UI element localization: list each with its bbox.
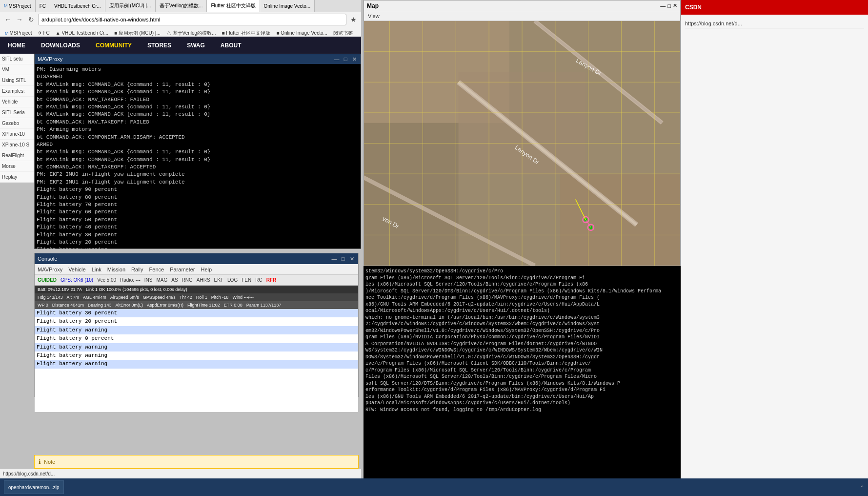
mavproxy-maximize[interactable]: □ [342,56,349,62]
tab-verilog[interactable]: 基于Verilog的模数... [156,0,207,12]
svg-rect-3 [364,123,459,266]
mavproxy-close[interactable]: ✕ [351,56,358,62]
sidebar-item-replay[interactable]: Replay [0,172,34,183]
sidebar-item-vehicle[interactable]: Vehicle [0,97,34,107]
browser-tabs: MMSProject FC VHDL Testbench Cr... 应用示例 … [0,0,361,12]
hud-roll: Roll 1 [196,295,207,300]
taskbar: openhardwaremon...zip ⌃ [0,478,868,496]
hud-flighttime: FlightTime 11:02 [187,303,220,308]
console-hud-row1: Batt: 0%/12.19V 21.7A Link 1 OK 100.0% (… [35,286,358,293]
map-close[interactable]: ✕ [673,2,677,9]
right-panel: CSDN https://blog.csdn.net/d... [681,0,868,496]
console-ekf: EKF [214,277,223,283]
console-minimize[interactable]: — [331,255,338,262]
right-terminal[interactable]: stem32/Windows/system32/OpenSSH:/cygdriv… [363,266,681,496]
tab-mcu[interactable]: 应用示例 (MCU) |... [105,0,156,12]
map-maximize[interactable]: □ [667,2,671,9]
tab-flutter[interactable]: Flutter 社区中文译版 [207,0,260,12]
console-log[interactable]: Flight battery 30 percentFlight battery … [35,309,358,412]
hud-bearing: Bearing 143 [88,303,112,308]
sidebar-item-vm[interactable]: VM [0,64,34,75]
sidebar-item-using-sitl[interactable]: Using SITL [0,75,34,86]
nav-downloads[interactable]: DOWNLOADS [38,40,83,51]
sidebar-item-sitl-setup[interactable]: SITL setu [0,54,34,64]
console-menu-help[interactable]: Help [201,267,212,272]
console-radio: Radio: --- [120,277,141,283]
console-maximize[interactable]: □ [340,255,346,262]
nav-swag[interactable]: SWAG [184,40,208,51]
url-bar[interactable] [38,14,346,25]
tab-fc[interactable]: FC [36,0,50,12]
tab-image[interactable]: Online Image Vecto... [260,0,315,12]
sidebar-item-xplane10s[interactable]: XPlane-10 S [0,140,34,150]
map-win-controls: — □ ✕ [660,2,677,9]
browser-toolbar: ← → ↻ ★ [0,12,361,27]
tab-vhdl[interactable]: VHDL Testbench Cr... [50,0,105,12]
sidebar-item-xplane10[interactable]: XPlane-10 [0,129,34,140]
hud-alt: Alt 7m [67,295,80,300]
hud-etr: ETR 0:00 [224,303,242,308]
forward-button[interactable]: → [15,15,24,24]
bottom-status-text: https://blog.csdn.net/d... [3,471,55,476]
bookmark-star[interactable]: ★ [348,15,358,24]
bookmark-verilog[interactable]: △ 基于Verilog的模数... [164,29,218,37]
console-menu-link[interactable]: Link [92,267,101,272]
csdn-content: https://blog.csdn.net/d... [681,15,868,33]
csdn-logo: CSDN [685,4,702,11]
sidebar-item-realflight[interactable]: RealFlight [0,150,34,161]
taskbar-item-openhardware[interactable]: openhardwaremon...zip [4,480,64,494]
nav-about[interactable]: ABOUT [218,40,244,51]
back-button[interactable]: ← [3,15,13,24]
mavproxy-terminal[interactable]: PM: Disarming motorsDISARMEDbt MAVLink m… [35,64,361,248]
console-as: AS [171,277,178,283]
bottom-status-bar: https://blog.csdn.net/d... [0,469,361,478]
console-menu-fence[interactable]: Fence [149,267,164,272]
map-svg: Lanyon Dr Lanyon Dr yon Dr [364,21,680,266]
sidebar-item-morse[interactable]: Morse [0,161,34,172]
hud-wind: Wind ---/--- [232,295,254,300]
browser-chrome: MMSProject FC VHDL Testbench Cr... 应用示例 … [0,0,361,40]
mavproxy-minimize[interactable]: — [333,56,340,62]
nav-stores[interactable]: STORES [144,40,174,51]
hud-distance: Distance 4041m [52,303,84,308]
console-hud-row3: WP 0 Distance 4041m Bearing 143 AltError… [35,301,358,309]
nav-home[interactable]: HOME [5,40,28,51]
hud-link: Link 1 OK 100.0% (104596 pkts, 0 lost, 0… [86,287,187,292]
hud-param: Param 1137/1137 [246,303,282,308]
bookmark-extra[interactable]: 阅览书签 [331,29,355,37]
bookmark-vhdl[interactable]: ▲ VHDL Testbench Cr... [54,30,110,36]
console-gps: GPS: OK6 (10) [61,277,93,283]
bookmark-fc[interactable]: ✈ FC [36,30,52,36]
note-bar: ℹ Note [34,455,359,469]
hud-pitch: Pitch -18 [211,295,229,300]
console-menu-mission[interactable]: Mission [107,267,125,272]
console-menubar: MAVProxy Vehicle Link Mission Rally Fenc… [35,264,358,275]
console-ahrs: AHRS [197,277,210,283]
reload-button[interactable]: ↻ [26,15,36,24]
mavproxy-title: MAVProxy [38,56,62,62]
console-menu-vehicle[interactable]: Vehicle [68,267,85,272]
console-menu-mavproxy[interactable]: MAVProxy [38,267,62,272]
sidebar-item-gazebo[interactable]: Gazebo [0,118,34,129]
taskbar-chevron-icon[interactable]: ⌃ [860,485,864,490]
bookmark-msproject[interactable]: M MSProject [3,30,34,36]
hud-thr: Thr 42 [180,295,192,300]
mavproxy-titlebar: MAVProxy — □ ✕ [35,54,361,64]
console-close[interactable]: ✕ [348,255,355,262]
console-rfr: RFR [266,277,277,283]
bookmark-flutter[interactable]: ■ Flutter 社区中文译版 [220,29,272,37]
hud-gpsspeed: GPSSpeed 4m/s [143,295,176,300]
console-win-controls: — □ ✕ [331,255,355,262]
map-minimize[interactable]: — [660,2,666,9]
sidebar-item-examples[interactable]: Examples: [0,86,34,97]
console-menu-parameter[interactable]: Parameter [170,267,195,272]
map-menu-view[interactable]: View [368,13,380,19]
bookmark-image[interactable]: ■ Online Image Vecto... [274,30,329,36]
tab-msproject[interactable]: MMSProject [0,0,36,12]
console-menu-rally[interactable]: Rally [131,267,143,272]
csdn-item[interactable]: https://blog.csdn.net/d... [685,19,864,29]
map-body[interactable]: Lanyon Dr Lanyon Dr yon Dr [364,21,680,266]
nav-community[interactable]: COMMUNITY [93,40,135,51]
sidebar-item-sitl-serial[interactable]: SITL Seria [0,107,34,118]
bookmark-mcu[interactable]: ■ 应用示例 (MCU) |... [112,29,162,37]
